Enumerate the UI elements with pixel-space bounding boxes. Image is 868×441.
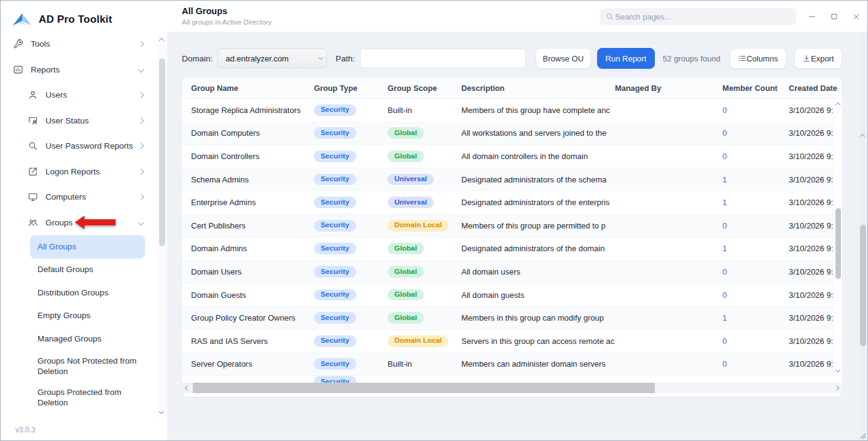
sidebar-item[interactable]: User Password Reports — [1, 133, 159, 159]
run-report-button[interactable]: Run Report — [597, 48, 655, 69]
table-row[interactable]: Domain Guests Security Global All domain… — [182, 284, 842, 307]
sidebar-item-label: User Status — [45, 116, 89, 125]
member-count-link[interactable]: 0 — [722, 128, 727, 138]
path-input[interactable] — [360, 49, 526, 68]
domain-select[interactable]: ad.entralyzer.com — [217, 49, 327, 68]
sidebar-item[interactable]: Users — [1, 82, 159, 108]
table-scrollbar-thumb[interactable] — [835, 208, 841, 279]
member-count-link[interactable]: 0 — [722, 359, 727, 369]
table-horizontal-scrollbar[interactable] — [182, 383, 842, 393]
table-row[interactable]: RAS and IAS Servers Security Domain Loca… — [182, 330, 842, 353]
cell-description: Designated administrators of the schema — [461, 175, 615, 184]
minimize-button[interactable] — [804, 9, 820, 24]
table-row[interactable]: Domain Controllers Security Global All d… — [182, 145, 842, 168]
app-version: v3.0.3 — [15, 426, 36, 434]
sidebar-scrollbar-thumb[interactable] — [159, 58, 165, 246]
user-password-icon — [28, 141, 38, 151]
global-search-input[interactable] — [614, 12, 790, 22]
member-count-link[interactable]: 0 — [722, 152, 727, 161]
member-count-link[interactable]: 0 — [722, 106, 727, 115]
member-count-link[interactable]: 1 — [722, 198, 727, 207]
scroll-down-icon[interactable] — [836, 368, 840, 372]
close-button[interactable] — [848, 9, 864, 24]
group-scope-badge: Universal — [388, 197, 434, 208]
sidebar-scrollbar[interactable] — [158, 35, 166, 417]
table-vertical-scrollbar[interactable] — [833, 99, 842, 376]
sidebar-item[interactable]: Reports — [1, 57, 159, 83]
content-scrollbar-thumb[interactable] — [860, 225, 866, 346]
scroll-up-icon[interactable] — [836, 103, 840, 107]
column-header[interactable]: Description — [461, 84, 615, 93]
group-type-badge: Security — [314, 174, 356, 185]
column-header[interactable]: Group Name — [191, 84, 314, 93]
sidebar-item[interactable]: Empty Groups — [30, 305, 145, 328]
minimize-icon — [808, 12, 816, 21]
scroll-left-icon[interactable] — [182, 383, 193, 393]
member-count-link[interactable]: 1 — [722, 313, 727, 322]
table-row[interactable]: Domain Users Security Global All domain … — [182, 260, 842, 284]
sidebar-item[interactable]: User Status — [1, 108, 159, 134]
group-type-badge: Security — [314, 266, 356, 278]
sidebar-item[interactable]: Groups Protected from Deletion — [30, 382, 145, 413]
chevron-right-icon — [138, 92, 144, 98]
sidebar-item[interactable]: Groups Not Protected from Deletion — [30, 351, 145, 382]
column-header[interactable]: Member Count — [722, 84, 789, 93]
sidebar-item-label: User Password Reports — [45, 141, 133, 150]
member-count-link[interactable]: 0 — [722, 267, 727, 276]
member-count-link[interactable]: 0 — [722, 221, 727, 230]
chevron-right-icon — [138, 41, 144, 47]
user-icon — [28, 90, 38, 100]
scroll-down-icon[interactable] — [160, 410, 163, 413]
table-row[interactable]: Server Operators Security Built-in Membe… — [182, 353, 842, 377]
export-button[interactable]: Export — [794, 48, 842, 69]
cell-description: All workstations and servers joined to t… — [461, 128, 615, 138]
table-row[interactable]: Domain Admins Security Global Designated… — [182, 238, 842, 261]
chevron-right-icon — [138, 168, 144, 174]
column-header[interactable]: Created Date — [789, 84, 842, 93]
cell-description: Members in this group can modify group — [461, 313, 615, 322]
sidebar-item-label: Managed Groups — [37, 334, 101, 345]
group-type-badge: Security — [314, 376, 356, 383]
content-vertical-scrollbar[interactable] — [859, 33, 867, 440]
sidebar-item[interactable]: All Groups — [30, 235, 145, 259]
global-search[interactable] — [600, 8, 796, 25]
group-type-badge: Security — [314, 197, 356, 208]
report-toolbar: Domain: ad.entralyzer.com Path: Browse O… — [182, 48, 842, 69]
columns-button[interactable]: Columns — [730, 48, 786, 69]
table-row[interactable]: Schema Admins Security Universal Designa… — [182, 168, 842, 192]
sidebar-item-label: Users — [45, 90, 67, 100]
table-row[interactable]: Group Policy Creator Owners Security Glo… — [182, 306, 842, 330]
table-row[interactable]: Cert Publishers Security Domain Local Me… — [182, 214, 842, 238]
group-type-badge: Security — [314, 220, 356, 232]
group-scope-badge: Built-in — [388, 360, 412, 368]
resize-grip[interactable] — [858, 431, 867, 440]
app-title: AD Pro Toolkit — [39, 14, 112, 26]
member-count-link[interactable]: 1 — [722, 175, 727, 184]
horizontal-scrollbar-thumb[interactable] — [193, 383, 655, 393]
domain-label: Domain: — [182, 54, 213, 63]
column-header[interactable]: Group Type — [314, 84, 388, 93]
group-type-badge: Security — [314, 312, 356, 324]
sidebar-item[interactable]: Distribution Groups — [30, 281, 145, 305]
column-header[interactable]: Group Scope — [388, 84, 461, 93]
table-row[interactable]: Domain Computers Security Global All wor… — [182, 122, 842, 146]
scroll-up-icon[interactable] — [160, 39, 163, 42]
member-count-link[interactable]: 1 — [722, 244, 727, 253]
group-scope-badge: Built-in — [388, 106, 412, 114]
table-row[interactable]: Enterprise Admins Security Universal Des… — [182, 191, 842, 214]
cell-description: Designated administrators of the domain — [461, 244, 615, 253]
sidebar-item[interactable]: Managed Groups — [30, 327, 145, 351]
sidebar-item[interactable]: Logon Reports — [1, 159, 159, 185]
table-row[interactable]: Storage Replica Administrators Security … — [182, 99, 842, 122]
maximize-button[interactable] — [826, 9, 842, 24]
column-header[interactable]: Managed By — [615, 84, 722, 93]
sidebar-item[interactable]: Default Groups — [30, 259, 145, 282]
member-count-link[interactable]: 0 — [722, 291, 727, 300]
sidebar-item[interactable]: Groups — [1, 210, 159, 236]
sidebar-item[interactable]: Tools — [1, 31, 159, 57]
scroll-right-icon[interactable] — [831, 383, 842, 393]
member-count-link[interactable]: 0 — [722, 337, 727, 346]
scroll-up-icon[interactable] — [861, 135, 864, 138]
browse-ou-button[interactable]: Browse OU — [536, 48, 591, 69]
sidebar-item[interactable]: Computers — [1, 184, 159, 210]
